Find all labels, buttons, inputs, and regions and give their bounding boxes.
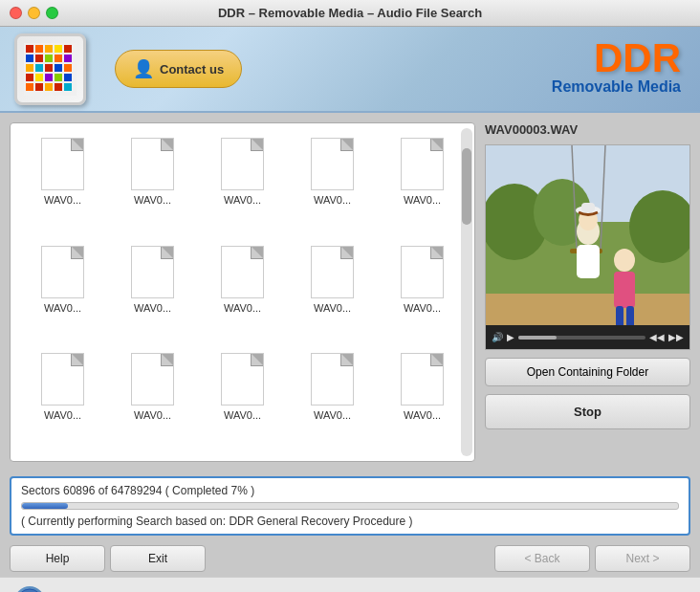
help-button[interactable]: Help [10,545,105,572]
file-icon [131,138,174,190]
file-grid: WAV0... WAV0... WAV0... WAV0... WAV0... … [11,123,474,461]
brand-subtitle: Removable Media [552,78,681,96]
file-name: WAV0... [44,302,81,314]
svg-rect-36 [577,245,600,278]
svg-rect-12 [35,64,43,72]
file-grid-container[interactable]: WAV0... WAV0... WAV0... WAV0... WAV0... … [10,122,475,462]
svg-rect-13 [45,64,53,72]
svg-rect-25 [64,83,72,91]
svg-rect-16 [26,74,33,81]
svg-rect-6 [26,55,33,62]
file-icon [311,353,354,406]
file-name: WAV0... [314,409,351,421]
file-name: WAV0... [404,302,441,314]
file-item[interactable]: WAV0... [20,133,105,236]
file-name: WAV0... [224,409,261,421]
file-item[interactable]: WAV0... [200,348,285,451]
media-progress-bar [518,336,645,340]
stop-button[interactable]: Stop [485,394,690,429]
file-item[interactable]: WAV0... [110,133,195,236]
svg-rect-22 [35,83,43,91]
scrollbar-thumb[interactable] [462,148,471,225]
open-folder-label: Open Containing Folder [527,365,648,379]
file-icon [401,246,444,298]
minimize-button[interactable] [28,7,40,19]
logo-graphic [24,43,77,96]
file-item[interactable]: WAV0... [20,241,105,344]
file-item[interactable]: WAV0... [200,241,285,344]
file-item[interactable]: WAV0... [290,348,375,451]
svg-rect-3 [45,45,53,53]
file-item[interactable]: WAV0... [380,348,465,451]
file-name: WAV0... [224,194,261,206]
prev-frame-icon[interactable]: ◀◀ [649,332,665,342]
svg-rect-23 [45,83,53,91]
preview-image [486,145,690,350]
contact-icon: 👤 [133,58,154,79]
volume-icon[interactable]: 🔊 [492,332,503,342]
svg-rect-24 [55,83,62,91]
svg-point-40 [614,249,635,272]
media-controls[interactable]: 🔊 ▶ ◀◀ ▶▶ [486,325,689,349]
svg-rect-19 [55,74,62,81]
file-name: WAV0... [404,194,441,206]
back-button[interactable]: < Back [494,545,590,572]
file-item[interactable]: WAV0... [200,133,285,236]
file-item[interactable]: WAV0... [110,241,195,344]
file-icon [221,353,264,406]
svg-rect-9 [55,55,62,62]
svg-rect-8 [45,55,53,62]
svg-rect-10 [64,55,72,62]
progress-status: ( Currently performing Search based on: … [21,515,679,528]
file-icon [221,246,264,298]
brand-area: DDR Removable Media [552,38,681,96]
file-item[interactable]: WAV0... [380,133,465,236]
file-icon [41,246,84,298]
file-icon [401,138,444,190]
main-content: WAV0... WAV0... WAV0... WAV0... WAV0... … [0,113,700,471]
scrollbar-track[interactable] [461,128,472,456]
progress-section: Sectors 60896 of 64789294 ( Completed 7%… [0,471,700,540]
svg-point-44 [17,589,42,593]
file-icon [131,246,174,298]
file-icon [131,353,174,406]
svg-rect-2 [35,45,43,53]
file-icon [41,353,84,406]
svg-rect-20 [64,74,72,81]
maximize-button[interactable] [46,7,58,19]
file-name: WAV0... [314,194,351,206]
progress-bar-outer [21,502,679,510]
file-name: WAV0... [44,409,81,421]
close-button[interactable] [10,7,22,19]
play-icon[interactable]: ▶ [507,332,514,342]
file-item[interactable]: WAV0... [290,241,375,344]
exit-button[interactable]: Exit [110,545,206,572]
svg-rect-15 [64,64,72,72]
next-frame-icon[interactable]: ▶▶ [668,332,684,342]
svg-rect-18 [45,74,53,81]
progress-box: Sectors 60896 of 64789294 ( Completed 7%… [10,476,690,536]
window-controls[interactable] [10,7,58,19]
file-item[interactable]: WAV0... [380,241,465,344]
svg-rect-41 [614,272,635,308]
stop-label: Stop [574,405,602,419]
file-item[interactable]: WAV0... [290,133,375,236]
svg-rect-5 [64,45,72,53]
title-bar: DDR – Removable Media – Audio File Searc… [0,0,700,27]
contact-button[interactable]: 👤 Contact us [115,50,242,88]
media-progress-fill [518,336,557,340]
progress-label: Sectors 60896 of 64789294 ( Completed 7%… [21,484,679,497]
svg-rect-14 [55,64,62,72]
file-icon [41,138,84,190]
brand-name: DDR [552,38,681,78]
app-header: 👤 Contact us DDR Removable Media [0,27,700,113]
open-folder-button[interactable]: Open Containing Folder [485,358,690,386]
next-button[interactable]: Next > [595,545,690,572]
window-title: DDR – Removable Media – Audio File Searc… [218,6,482,20]
file-icon [221,138,264,190]
preview-panel: WAV00003.WAV [485,122,690,462]
info-icon [14,586,45,593]
file-item[interactable]: WAV0... [20,348,105,451]
file-item[interactable]: WAV0... [110,348,195,451]
file-icon [311,138,354,190]
